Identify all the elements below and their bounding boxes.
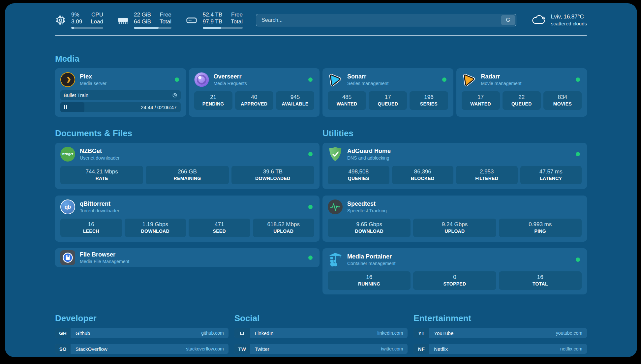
cpu-load-value: 3.09 — [71, 18, 82, 25]
app-card-radarr[interactable]: Radarr Movie management 17 WANTED 22 QUE… — [456, 68, 587, 117]
app-title: Plex — [80, 73, 107, 80]
stat-movies: 834 MOVIES — [543, 91, 582, 110]
app-card-sonarr[interactable]: Sonarr Series management 485 WANTED 17 Q… — [322, 68, 453, 117]
status-dot — [576, 258, 580, 262]
cpu-progress-bar — [71, 27, 103, 29]
bookmark-name: Twitter — [250, 344, 269, 354]
bookmark-abbr: NF — [413, 344, 429, 354]
app-card-nzbget[interactable]: nzbget NZBGet Usenet downloader 744.21 M… — [55, 143, 320, 189]
stat-queries: 498,508 QUERIES — [328, 166, 389, 184]
app-card-overseerr[interactable]: Overseerr Media Requests 21 PENDING 40 A… — [189, 68, 320, 117]
stat-running: 16 RUNNING — [328, 271, 411, 290]
bookmark-url: stackoverflow.com — [186, 344, 228, 354]
memory-free-label: Free — [160, 11, 171, 18]
app-title: Media Portainer — [347, 253, 395, 260]
memory-progress-bar — [134, 27, 171, 29]
sonarr-icon — [328, 72, 343, 87]
scattered-clouds-icon — [531, 14, 547, 26]
qbittorrent-icon: qb — [60, 199, 75, 214]
media-grid: Plex Media server Bullet Train — [55, 68, 587, 117]
cpu-load-label: Load — [91, 18, 103, 25]
app-subtitle: Usenet downloader — [80, 155, 120, 161]
app-subtitle: Torrent downloader — [80, 208, 119, 214]
filebrowser-icon — [60, 250, 75, 265]
now-playing-title: Bullet Train — [64, 92, 88, 98]
stat-pending: 21 PENDING — [194, 91, 232, 110]
pause-icon[interactable] — [64, 105, 67, 109]
bookmark-url: youtube.com — [556, 328, 587, 338]
search-input[interactable] — [256, 14, 516, 26]
cpu-stat: 9% 3.09 CPU Load — [55, 11, 103, 29]
app-card-qbittorrent[interactable]: qb qBittorrent Torrent downloader 16 LEE… — [55, 196, 320, 242]
status-dot — [576, 152, 580, 156]
bookmark-name: LinkedIn — [250, 328, 274, 338]
disk-progress-bar — [203, 27, 243, 29]
stat-queued: 17 QUEUED — [369, 91, 407, 110]
memory-stat: 22 GiB 64 GiB Free Total — [117, 11, 171, 29]
bookmark-github[interactable]: GH Github github.com — [55, 328, 229, 338]
app-subtitle: Media server — [80, 80, 107, 86]
status-dot — [175, 77, 179, 82]
weather-widget: Lviv, 16.87°C scattered clouds — [531, 13, 587, 27]
section-title-developer: Developer — [55, 313, 229, 323]
stat-wanted: 17 WANTED — [462, 91, 500, 110]
stat-blocked: 86,396 BLOCKED — [392, 166, 454, 184]
app-card-portainer[interactable]: Media Portainer Container management 16 … — [322, 248, 587, 294]
stat-ping: 0.993 ms PING — [499, 219, 582, 237]
radarr-icon — [462, 72, 476, 87]
memory-total-label: Total — [160, 18, 171, 25]
memory-total-value: 64 GiB — [134, 18, 151, 25]
now-playing-row: Bullet Train — [60, 90, 181, 100]
section-title-utilities: Utilities — [322, 128, 587, 138]
stat-stopped: 0 STOPPED — [413, 271, 496, 290]
app-subtitle: Series management — [347, 80, 388, 86]
app-title: Overseerr — [214, 73, 247, 80]
status-dot — [308, 152, 313, 156]
bookmark-url: linkedin.com — [378, 328, 408, 338]
bookmark-name: Netflix — [429, 344, 448, 354]
stat-total: 16 TOTAL — [499, 271, 582, 290]
status-dot — [308, 256, 313, 260]
bookmark-group-social: Social LI LinkedIn linkedin.com TW Twitt… — [234, 313, 408, 354]
header: 9% 3.09 CPU Load — [55, 11, 587, 29]
cpu-label: CPU — [91, 11, 103, 18]
app-title: File Browser — [80, 251, 129, 258]
app-card-adguard[interactable]: AdGuard Home DNS and adblocking 498,508 … — [322, 143, 587, 189]
status-dot — [576, 77, 580, 82]
app-card-speedtest[interactable]: Speedtest Speedtest Tracking 9.65 Gbps D… — [322, 196, 587, 242]
app-card-filebrowser[interactable]: File Browser Media File Management — [55, 248, 320, 267]
weather-location-temp: Lviv, 16.87°C — [551, 13, 587, 20]
app-card-plex[interactable]: Plex Media server Bullet Train — [55, 68, 186, 117]
bookmark-url: twitter.com — [381, 344, 408, 354]
app-subtitle: Speedtest Tracking — [347, 208, 387, 214]
weather-condition: scattered clouds — [551, 20, 587, 27]
app-subtitle: DNS and adblocking — [347, 155, 391, 161]
bookmark-linkedin[interactable]: LI LinkedIn linkedin.com — [234, 328, 408, 338]
app-title: AdGuard Home — [347, 147, 391, 155]
bookmark-twitter[interactable]: TW Twitter twitter.com — [234, 344, 408, 354]
section-title-social: Social — [234, 313, 408, 323]
disk-total-value: 97.9 TB — [203, 18, 222, 25]
bookmark-group-entertainment: Entertainment YT YouTube youtube.com NF … — [413, 313, 587, 357]
bookmark-abbr: GH — [55, 328, 71, 338]
bookmark-stackoverflow[interactable]: SO StackOverflow stackoverflow.com — [55, 344, 229, 354]
bookmark-url: netflix.com — [560, 344, 587, 354]
system-stats: 9% 3.09 CPU Load — [55, 11, 243, 29]
bookmark-url: github.com — [201, 328, 228, 338]
app-title: NZBGet — [80, 147, 120, 155]
bookmark-youtube[interactable]: YT YouTube youtube.com — [413, 328, 587, 338]
stat-upload: 9.24 Gbps UPLOAD — [413, 219, 496, 237]
bookmark-netflix[interactable]: NF Netflix netflix.com — [413, 344, 587, 354]
settings-icon[interactable] — [172, 93, 177, 98]
portainer-icon — [328, 252, 343, 267]
cpu-icon — [55, 15, 66, 26]
search-engine-button[interactable]: G — [501, 15, 515, 25]
header-divider — [55, 35, 587, 36]
overseerr-icon — [194, 72, 209, 87]
playback-progress[interactable]: 24:44 / 02:06:47 — [60, 102, 181, 112]
plex-icon — [60, 72, 75, 87]
memory-icon — [117, 14, 129, 26]
stat-download: 9.65 Gbps DOWNLOAD — [328, 219, 411, 237]
cpu-usage-value: 9% — [71, 11, 82, 18]
stat-available: 945 AVAILABLE — [276, 91, 314, 110]
